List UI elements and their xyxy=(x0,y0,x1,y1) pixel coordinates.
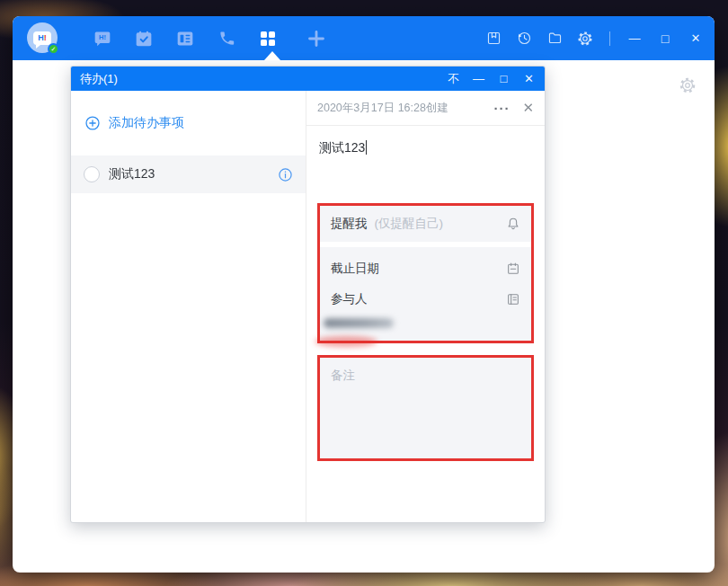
notes-annotation-box: 备注 xyxy=(317,355,534,461)
dialog-close-button[interactable]: ✕ xyxy=(522,72,536,85)
dialog-controls: 不 — □ ✕ xyxy=(447,71,536,87)
todo-dialog: 待办(1) 不 — □ ✕ 添加待办事项 测试123 xyxy=(70,66,546,523)
todo-dialog-titlebar[interactable]: 待办(1) 不 — □ ✕ xyxy=(71,67,545,91)
due-date-row[interactable]: 截止日期 xyxy=(331,258,520,280)
more-options-button[interactable]: ··· xyxy=(493,101,510,116)
history-icon[interactable] xyxy=(516,31,532,47)
todo-dialog-title: 待办(1) xyxy=(80,71,118,87)
todo-list-panel: 添加待办事项 测试123 xyxy=(71,91,306,522)
dialog-minimize-button[interactable]: — xyxy=(472,72,485,85)
phone-icon[interactable] xyxy=(218,30,235,48)
add-todo-button[interactable]: 添加待办事项 xyxy=(71,91,306,155)
window-maximize-button[interactable]: □ xyxy=(657,31,673,46)
participants-label: 参与人 xyxy=(331,291,368,307)
participant-name-redacted xyxy=(324,318,394,328)
page-settings-gear-icon[interactable] xyxy=(679,76,697,94)
bell-icon xyxy=(506,217,520,231)
toolbar-right: — □ ✕ xyxy=(485,16,704,60)
toolbar-nav: H! xyxy=(93,30,325,48)
user-avatar[interactable]: H! ✓ xyxy=(27,22,59,55)
info-icon[interactable] xyxy=(278,167,293,182)
window-close-button[interactable]: ✕ xyxy=(688,31,704,45)
todo-title-input[interactable]: 测试123 xyxy=(306,126,545,158)
due-date-label: 截止日期 xyxy=(331,261,379,277)
toolbar-separator xyxy=(609,31,610,46)
popup-callout-arrow xyxy=(264,51,280,60)
window-minimize-button[interactable]: — xyxy=(626,31,643,45)
circle-plus-icon xyxy=(84,115,101,131)
todo-checkbox[interactable] xyxy=(84,166,100,182)
dialog-unpin-button[interactable]: 不 xyxy=(447,71,460,87)
text-caret xyxy=(366,140,367,155)
add-todo-label: 添加待办事项 xyxy=(109,115,184,131)
fields-block: 截止日期 参与人 xyxy=(320,247,531,341)
remind-me-row[interactable]: 提醒我 (仅提醒自己) xyxy=(320,206,531,242)
detail-close-button[interactable]: ✕ xyxy=(522,100,534,116)
created-timestamp: 2020年3月17日 16:28创建 xyxy=(317,101,448,116)
news-icon[interactable] xyxy=(176,30,194,48)
app-window: H! ✓ H! xyxy=(13,16,715,573)
hi-logo-icon: H! xyxy=(33,31,51,45)
notes-textarea[interactable]: 备注 xyxy=(320,358,531,458)
remind-me-label: 提醒我 xyxy=(331,216,368,232)
svg-text:H!: H! xyxy=(99,33,106,41)
chat-icon[interactable]: H! xyxy=(93,30,111,48)
main-toolbar: H! ✓ H! xyxy=(13,16,715,60)
todo-list-item[interactable]: 测试123 xyxy=(71,155,306,193)
due-date-calendar-icon xyxy=(506,262,520,276)
todo-detail-panel: 2020年3月17日 16:28创建 ··· ✕ 测试123 提醒我 (仅提醒自… xyxy=(306,91,545,522)
online-status-icon: ✓ xyxy=(48,43,59,55)
avatar: H! ✓ xyxy=(27,22,58,53)
folder-icon[interactable] xyxy=(546,31,563,47)
add-plus-icon[interactable] xyxy=(307,30,325,48)
dialog-maximize-button[interactable]: □ xyxy=(497,72,510,85)
detail-header: 2020年3月17日 16:28创建 ··· ✕ xyxy=(306,91,545,126)
participants-icon xyxy=(506,292,520,306)
remind-me-hint: (仅提醒自己) xyxy=(375,216,444,232)
reminder-annotation-box: 提醒我 (仅提醒自己) 截止日期 参与人 xyxy=(317,203,534,343)
apps-grid-icon[interactable] xyxy=(259,30,277,48)
todo-title-text: 测试123 xyxy=(319,140,365,155)
calendar-icon[interactable] xyxy=(135,30,153,48)
participants-row[interactable]: 参与人 xyxy=(331,289,520,310)
settings-gear-icon[interactable] xyxy=(577,31,593,47)
bookmark-icon[interactable] xyxy=(485,31,502,47)
todo-item-label: 测试123 xyxy=(109,166,155,182)
notes-placeholder: 备注 xyxy=(331,368,355,382)
todo-dialog-body: 添加待办事项 测试123 2020年3月17日 16:28创建 ··· ✕ xyxy=(71,91,545,522)
